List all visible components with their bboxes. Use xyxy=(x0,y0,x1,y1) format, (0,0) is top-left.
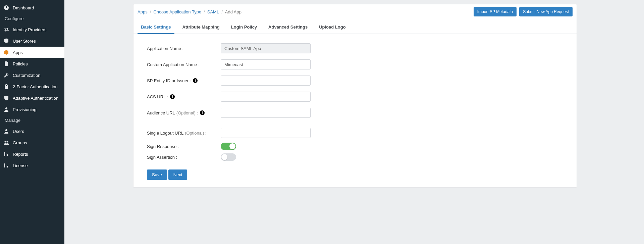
breadcrumb-choose-type[interactable]: Choose Application Type xyxy=(153,9,201,14)
sidebar-item-adaptive-auth[interactable]: Adaptive Authentication xyxy=(0,92,64,104)
sidebar-item-dashboard[interactable]: Dashboard xyxy=(0,2,64,13)
row-audience-url: Audience URL (Optional) : i xyxy=(147,108,563,118)
label-single-logout-url: Single Logout URL (Optional) : xyxy=(147,131,221,136)
sidebar-item-label: Groups xyxy=(13,140,27,145)
exchange-icon xyxy=(3,27,9,33)
optional-text: (Optional) : xyxy=(176,110,198,115)
dashboard-icon xyxy=(3,5,9,11)
label-acs-url: ACS URL : i xyxy=(147,94,221,99)
sidebar: Dashboard Configure Identity Providers U… xyxy=(0,0,64,244)
card-header: Apps / Choose Application Type / SAML / … xyxy=(133,4,577,20)
sidebar-item-users[interactable]: Users xyxy=(0,126,64,137)
row-sign-response: Sign Response : xyxy=(147,143,563,150)
tab-advanced-settings[interactable]: Advanced Settings xyxy=(265,20,311,34)
sidebar-item-customization[interactable]: Customization xyxy=(0,69,64,81)
form-area: Application Name : Custom Application Na… xyxy=(133,34,577,187)
breadcrumb-apps[interactable]: Apps xyxy=(138,9,148,14)
sidebar-item-apps[interactable]: Apps xyxy=(0,47,64,58)
tab-upload-logo[interactable]: Upload Logo xyxy=(316,20,349,34)
info-icon[interactable]: i xyxy=(200,110,205,115)
breadcrumb-current: Add App xyxy=(225,9,241,14)
optional-text: (Optional) : xyxy=(185,131,206,136)
tabs: Basic Settings Attribute Mapping Login P… xyxy=(133,20,577,34)
app-card: Apps / Choose Application Type / SAML / … xyxy=(133,4,577,188)
section-label-text: Configure xyxy=(5,16,23,21)
row-sign-assertion: Sign Assertion : xyxy=(147,153,563,161)
sidebar-item-label: Customization xyxy=(13,73,40,78)
lock-icon xyxy=(3,84,9,90)
label-sp-entity-id: SP Entity ID or Issuer : i xyxy=(147,78,221,83)
database-icon xyxy=(3,38,9,44)
tab-login-policy[interactable]: Login Policy xyxy=(228,20,260,34)
label-audience-url: Audience URL (Optional) : i xyxy=(147,110,221,115)
breadcrumb-sep: / xyxy=(150,9,151,14)
acs-url-input[interactable] xyxy=(221,92,311,102)
sidebar-item-license[interactable]: License xyxy=(0,160,64,171)
sidebar-item-label: Dashboard xyxy=(13,5,34,10)
sidebar-item-groups[interactable]: Groups xyxy=(0,137,64,148)
row-acs-url: ACS URL : i xyxy=(147,92,563,102)
save-button[interactable]: Save xyxy=(147,169,167,180)
row-custom-application-name: Custom Application Name : xyxy=(147,59,563,69)
header-actions: Import SP Metadata Submit New App Reques… xyxy=(474,7,573,16)
info-icon[interactable]: i xyxy=(193,78,198,83)
cube-icon xyxy=(3,49,9,55)
sign-response-toggle[interactable] xyxy=(221,143,236,150)
svg-point-3 xyxy=(5,107,7,109)
sidebar-item-label: Users xyxy=(13,129,24,134)
users-icon xyxy=(3,140,9,146)
row-application-name: Application Name : xyxy=(147,43,563,53)
sidebar-item-identity-providers[interactable]: Identity Providers xyxy=(0,24,64,35)
sidebar-item-reports[interactable]: Reports xyxy=(0,148,64,160)
single-logout-url-input[interactable] xyxy=(221,128,311,138)
label-sign-assertion: Sign Assertion : xyxy=(147,155,221,160)
breadcrumb-sep: / xyxy=(221,9,223,14)
breadcrumb-saml[interactable]: SAML xyxy=(207,9,219,14)
shield-icon xyxy=(3,95,9,101)
tab-basic-settings[interactable]: Basic Settings xyxy=(138,20,174,34)
sp-entity-id-input[interactable] xyxy=(221,76,311,86)
sidebar-item-2fa[interactable]: 2-Factor Authentication xyxy=(0,81,64,92)
sidebar-item-user-stores[interactable]: User Stores xyxy=(0,35,64,47)
tab-attribute-mapping[interactable]: Attribute Mapping xyxy=(179,20,223,34)
breadcrumb-sep: / xyxy=(204,9,205,14)
sidebar-section-configure: Configure xyxy=(0,13,64,24)
label-custom-application-name: Custom Application Name : xyxy=(147,62,221,67)
row-single-logout-url: Single Logout URL (Optional) : xyxy=(147,128,563,138)
import-sp-metadata-button[interactable]: Import SP Metadata xyxy=(474,7,517,16)
label-text: Single Logout URL xyxy=(147,131,183,136)
chart-icon xyxy=(3,162,9,168)
row-sp-entity-id: SP Entity ID or Issuer : i xyxy=(147,76,563,86)
label-application-name: Application Name : xyxy=(147,46,221,51)
sidebar-item-label: Apps xyxy=(13,50,23,55)
breadcrumb: Apps / Choose Application Type / SAML / … xyxy=(138,9,241,14)
application-name-input xyxy=(221,43,311,53)
sidebar-item-label: Identity Providers xyxy=(13,27,46,32)
sidebar-item-policies[interactable]: Policies xyxy=(0,58,64,69)
sidebar-item-label: License xyxy=(13,163,28,168)
sidebar-item-label: User Stores xyxy=(13,39,36,44)
section-label-text: Manage xyxy=(5,118,20,123)
next-button[interactable]: Next xyxy=(168,169,187,180)
label-text: SP Entity ID or Issuer : xyxy=(147,78,191,83)
svg-rect-1 xyxy=(6,6,7,8)
main-content: Apps / Choose Application Type / SAML / … xyxy=(64,0,644,244)
chart-icon xyxy=(3,151,9,157)
svg-point-6 xyxy=(7,141,8,143)
label-text: ACS URL : xyxy=(147,94,168,99)
audience-url-input[interactable] xyxy=(221,108,311,118)
sign-assertion-toggle[interactable] xyxy=(221,153,236,161)
sidebar-item-label: 2-Factor Authentication xyxy=(13,84,58,89)
sidebar-item-label: Reports xyxy=(13,152,28,157)
info-icon[interactable]: i xyxy=(170,94,175,99)
user-icon xyxy=(3,106,9,112)
sidebar-section-manage: Manage xyxy=(0,115,64,126)
svg-point-5 xyxy=(5,141,6,143)
submit-new-app-request-button[interactable]: Submit New App Request xyxy=(519,7,573,16)
wrench-icon xyxy=(3,72,9,78)
sidebar-item-provisioning[interactable]: Provisioning xyxy=(0,104,64,115)
sidebar-item-label: Adaptive Authentication xyxy=(13,96,58,101)
sidebar-item-label: Policies xyxy=(13,61,28,66)
sidebar-item-label: Provisioning xyxy=(13,107,37,112)
custom-application-name-input[interactable] xyxy=(221,59,311,69)
